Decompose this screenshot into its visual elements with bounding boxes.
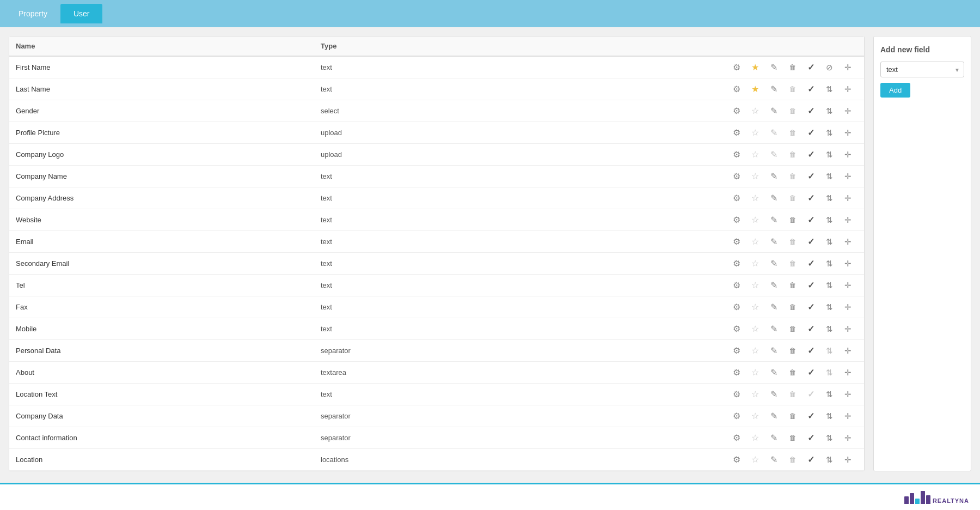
trash-icon[interactable] <box>787 280 798 291</box>
sort-icon[interactable] <box>824 433 835 444</box>
check-icon[interactable] <box>805 193 816 204</box>
star-icon[interactable]: ☆ <box>750 106 761 117</box>
edit-icon[interactable] <box>768 280 779 291</box>
star-icon[interactable]: ☆ <box>750 236 761 247</box>
drag-icon[interactable] <box>842 258 853 269</box>
edit-icon[interactable] <box>768 367 779 378</box>
field-type-select[interactable]: texttextareaselectuploadseparatorlocatio… <box>880 62 964 77</box>
drag-icon[interactable] <box>842 149 853 160</box>
edit-icon[interactable] <box>768 236 779 247</box>
check-icon[interactable] <box>805 236 816 247</box>
gear-icon[interactable] <box>731 236 742 247</box>
check-icon[interactable] <box>805 389 816 400</box>
sort-icon[interactable] <box>824 193 835 204</box>
gear-icon[interactable] <box>731 215 742 226</box>
trash-icon[interactable] <box>787 106 798 117</box>
check-icon[interactable] <box>805 433 816 444</box>
trash-icon[interactable] <box>787 149 798 160</box>
gear-icon[interactable] <box>731 193 742 204</box>
sort-icon[interactable] <box>824 302 835 313</box>
check-icon[interactable] <box>805 127 816 138</box>
sort-icon[interactable] <box>824 345 835 356</box>
edit-icon[interactable] <box>768 171 779 182</box>
edit-icon[interactable] <box>768 127 779 138</box>
check-icon[interactable] <box>805 84 816 95</box>
gear-icon[interactable] <box>731 433 742 444</box>
drag-icon[interactable] <box>842 324 853 335</box>
gear-icon[interactable] <box>731 258 742 269</box>
edit-icon[interactable] <box>768 454 779 465</box>
trash-icon[interactable] <box>787 84 798 95</box>
trash-icon[interactable] <box>787 171 798 182</box>
sort-icon[interactable] <box>824 454 835 465</box>
sort-icon[interactable] <box>824 127 835 138</box>
star-icon[interactable]: ☆ <box>750 324 761 335</box>
check-icon[interactable] <box>805 302 816 313</box>
star-icon[interactable]: ☆ <box>750 345 761 356</box>
gear-icon[interactable] <box>731 345 742 356</box>
trash-icon[interactable] <box>787 127 798 138</box>
trash-icon[interactable] <box>787 62 798 73</box>
drag-icon[interactable] <box>842 171 853 182</box>
check-icon[interactable] <box>805 367 816 378</box>
gear-icon[interactable] <box>731 324 742 335</box>
star-icon[interactable]: ☆ <box>750 215 761 226</box>
trash-icon[interactable] <box>787 215 798 226</box>
gear-icon[interactable] <box>731 367 742 378</box>
check-icon[interactable] <box>805 62 816 73</box>
edit-icon[interactable] <box>768 302 779 313</box>
trash-icon[interactable] <box>787 411 798 422</box>
gear-icon[interactable] <box>731 171 742 182</box>
edit-icon[interactable] <box>768 345 779 356</box>
trash-icon[interactable] <box>787 302 798 313</box>
gear-icon[interactable] <box>731 302 742 313</box>
star-icon[interactable]: ☆ <box>750 389 761 400</box>
gear-icon[interactable] <box>731 280 742 291</box>
drag-icon[interactable] <box>842 345 853 356</box>
drag-icon[interactable] <box>842 215 853 226</box>
drag-icon[interactable] <box>842 84 853 95</box>
edit-icon[interactable] <box>768 149 779 160</box>
sort-icon[interactable] <box>824 149 835 160</box>
sort-icon[interactable] <box>824 411 835 422</box>
edit-icon[interactable] <box>768 215 779 226</box>
trash-icon[interactable] <box>787 258 798 269</box>
edit-icon[interactable] <box>768 324 779 335</box>
star-icon[interactable]: ★ <box>750 84 761 95</box>
star-icon[interactable]: ☆ <box>750 193 761 204</box>
trash-icon[interactable] <box>787 454 798 465</box>
check-icon[interactable] <box>805 280 816 291</box>
check-icon[interactable] <box>805 324 816 335</box>
star-icon[interactable]: ☆ <box>750 411 761 422</box>
check-icon[interactable] <box>805 411 816 422</box>
sort-icon[interactable] <box>824 84 835 95</box>
sort-icon[interactable] <box>824 280 835 291</box>
sort-icon[interactable] <box>824 171 835 182</box>
sort-icon[interactable] <box>824 236 835 247</box>
tab-property[interactable]: Property <box>5 4 60 23</box>
trash-icon[interactable] <box>787 345 798 356</box>
star-icon[interactable]: ☆ <box>750 433 761 444</box>
drag-icon[interactable] <box>842 193 853 204</box>
tab-user[interactable]: User <box>60 4 103 23</box>
sort-icon[interactable] <box>824 324 835 335</box>
trash-icon[interactable] <box>787 433 798 444</box>
star-icon[interactable]: ☆ <box>750 454 761 465</box>
trash-icon[interactable] <box>787 193 798 204</box>
trash-icon[interactable] <box>787 389 798 400</box>
gear-icon[interactable] <box>731 106 742 117</box>
trash-icon[interactable] <box>787 324 798 335</box>
edit-icon[interactable] <box>768 84 779 95</box>
check-icon[interactable] <box>805 106 816 117</box>
drag-icon[interactable] <box>842 280 853 291</box>
gear-icon[interactable] <box>731 389 742 400</box>
drag-icon[interactable] <box>842 106 853 117</box>
drag-icon[interactable] <box>842 62 853 73</box>
star-icon[interactable]: ★ <box>750 62 761 73</box>
edit-icon[interactable] <box>768 389 779 400</box>
drag-icon[interactable] <box>842 367 853 378</box>
drag-icon[interactable] <box>842 127 853 138</box>
gear-icon[interactable] <box>731 411 742 422</box>
gear-icon[interactable] <box>731 149 742 160</box>
edit-icon[interactable] <box>768 106 779 117</box>
